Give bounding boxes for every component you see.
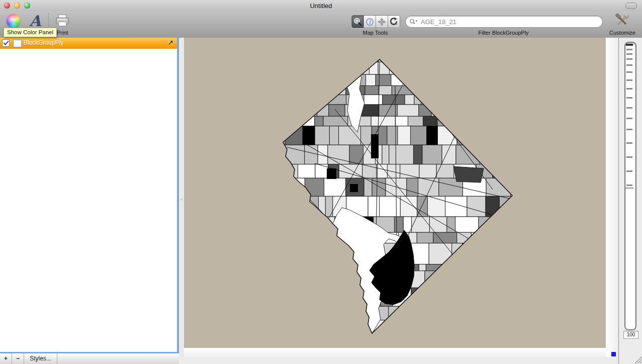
slider-tick — [626, 142, 632, 144]
scale-value-field[interactable]: 100 — [623, 331, 638, 339]
add-layer-button[interactable]: + — [0, 353, 12, 364]
window-title: Untitled — [0, 2, 642, 10]
scroll-corner-widget — [611, 352, 616, 356]
slider-tick — [626, 170, 632, 172]
map-tools-segmented-control: i — [351, 15, 400, 28]
printer-icon — [55, 14, 69, 27]
slider-tick — [626, 53, 632, 55]
magnifier-plus-icon — [353, 17, 362, 27]
layer-name: BlockGroupPly — [24, 39, 63, 46]
slider-tick — [626, 71, 632, 73]
choropleth-map — [184, 38, 606, 348]
app-window: Untitled A Print — [0, 0, 642, 364]
print-button[interactable] — [55, 14, 69, 27]
scale-slider[interactable] — [624, 42, 636, 330]
color-wheel-icon[interactable] — [7, 14, 20, 28]
filter-search-field[interactable]: AGE_18_21 — [405, 16, 603, 28]
customize-label: Customize — [603, 30, 642, 36]
filter-label: Filter BlockGroupPly — [432, 30, 575, 36]
move-arrows-icon — [377, 17, 387, 27]
layer-color-swatch[interactable] — [13, 40, 22, 47]
slider-tick — [626, 97, 632, 99]
search-value: AGE_18_21 — [421, 18, 456, 26]
slider-tick — [626, 107, 632, 109]
map-scrollbar-track-horizontal[interactable] — [184, 348, 606, 357]
zoom-tool-button[interactable] — [352, 16, 364, 28]
info-tool-button[interactable]: i — [364, 16, 376, 28]
resize-grip-icon[interactable] — [632, 353, 642, 363]
slider-tick — [626, 79, 632, 81]
slider-tick — [626, 88, 632, 89]
font-panel-icon[interactable]: A — [28, 12, 42, 29]
slider-tick — [626, 64, 632, 66]
rotate-tool-button[interactable] — [388, 16, 400, 28]
slider-tick — [625, 188, 633, 189]
slider-tick — [626, 49, 632, 50]
toolbar-toggle-button[interactable] — [625, 3, 637, 9]
zoom-to-layer-icon[interactable]: ↗ — [167, 39, 173, 47]
info-icon: i — [365, 17, 375, 27]
styles-button[interactable]: Styles... — [24, 353, 57, 364]
hammer-wrench-icon — [614, 13, 629, 28]
pan-tool-button[interactable] — [376, 16, 388, 28]
customize-button[interactable] — [614, 13, 629, 28]
layer-list-footer: + − Styles... — [0, 353, 179, 364]
rotate-icon — [389, 17, 399, 27]
slider-tick — [626, 156, 632, 158]
slider-tick — [626, 185, 632, 186]
layer-row[interactable]: BlockGroupPly ↗ — [0, 38, 177, 49]
slider-tick — [626, 118, 632, 119]
map-canvas[interactable] — [184, 38, 606, 348]
layer-visibility-checkbox[interactable] — [2, 39, 10, 47]
map-tools-label: Map Tools — [351, 30, 400, 36]
toolbar: A Print — [0, 11, 642, 38]
map-scrollbar-track-vertical[interactable] — [606, 38, 618, 357]
slider-tick — [626, 129, 632, 130]
layer-list[interactable]: BlockGroupPly ↗ — [0, 38, 177, 352]
tooltip: Show Color Panel — [4, 28, 57, 37]
checkmark-icon — [3, 39, 9, 45]
splitter-handle-icon — [180, 198, 182, 200]
scale-panel: 100 — [618, 38, 642, 364]
search-icon — [409, 19, 418, 25]
slider-tick — [626, 58, 632, 60]
remove-layer-button[interactable]: − — [12, 353, 24, 364]
titlebar: Untitled — [0, 0, 642, 12]
window-bottom-strip — [179, 357, 618, 364]
slider-thumb[interactable] — [626, 44, 633, 46]
